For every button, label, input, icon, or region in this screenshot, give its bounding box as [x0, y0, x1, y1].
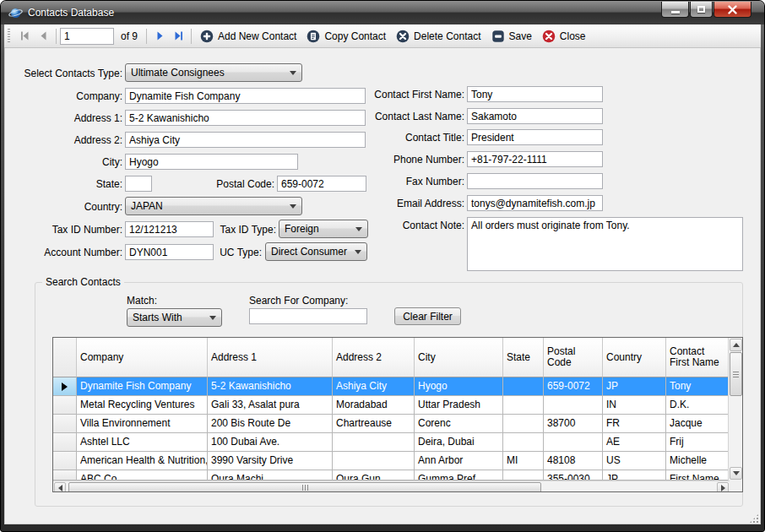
grid-cell[interactable]: JP: [603, 470, 666, 480]
contact-last-name-field[interactable]: [467, 108, 603, 124]
address1-field[interactable]: [125, 110, 366, 126]
grid-cell[interactable]: [503, 396, 544, 415]
postal-code-field[interactable]: [277, 176, 366, 192]
grid-vertical-scrollbar[interactable]: [728, 338, 742, 480]
email-address-field[interactable]: [467, 195, 603, 211]
grid-cell[interactable]: 659-0072: [544, 377, 603, 396]
city-field[interactable]: [125, 154, 298, 170]
grid-cell[interactable]: AE: [603, 433, 666, 452]
grid-cell[interactable]: Villa Environnement: [77, 415, 208, 433]
address2-field[interactable]: [125, 132, 366, 148]
grid-row-partial[interactable]: ABC Co. Oura Machi Oura Gun Gumma Pref 3…: [53, 470, 742, 480]
contact-note-field[interactable]: All orders must originate from Tony.: [467, 217, 743, 271]
grid-row-selected[interactable]: Dynamite Fish Company 5-2 Kawanishicho A…: [53, 377, 742, 396]
grid-header-address2[interactable]: Address 2: [333, 338, 415, 377]
grid-cell[interactable]: Corenc: [415, 415, 503, 433]
grid-cell[interactable]: Gali 33, Asalat pura: [208, 396, 333, 415]
grid-cell[interactable]: Ashtel LLC: [77, 433, 208, 452]
scroll-down-button[interactable]: [730, 467, 742, 480]
grid-cell[interactable]: Oura Gun: [333, 470, 415, 480]
scroll-left-button[interactable]: [54, 482, 66, 492]
minimize-button[interactable]: [661, 2, 689, 18]
add-new-contact-button[interactable]: Add New Contact: [195, 27, 301, 46]
grid-cell[interactable]: ABC Co.: [77, 470, 208, 480]
grid-cell[interactable]: 48108: [544, 452, 603, 470]
resize-grip[interactable]: [750, 514, 758, 523]
grid-cell[interactable]: First Name: [666, 470, 730, 480]
vertical-scroll-thumb[interactable]: [730, 352, 742, 396]
grid-cell[interactable]: [333, 452, 415, 470]
search-for-company-input[interactable]: [249, 308, 367, 324]
grid-cell[interactable]: Jacque: [666, 415, 730, 433]
state-field[interactable]: [125, 176, 152, 192]
country-select[interactable]: JAPAN: [125, 197, 302, 215]
tax-id-number-field[interactable]: [125, 221, 214, 237]
row-selector-cell[interactable]: [53, 452, 77, 470]
match-select[interactable]: Starts With: [127, 308, 222, 327]
grid-cell[interactable]: FR: [603, 415, 666, 433]
uc-type-select[interactable]: Direct Consumer: [265, 242, 367, 261]
contact-title-field[interactable]: [467, 129, 603, 145]
contacts-type-select[interactable]: Ultimate Consignees: [125, 63, 302, 82]
grid-cell[interactable]: 3990 Varsity Drive: [208, 452, 333, 470]
grid-cell[interactable]: Tony: [666, 377, 730, 396]
move-previous-button[interactable]: [34, 27, 52, 46]
tax-id-type-select[interactable]: Foreign: [279, 220, 368, 238]
grid-cell[interactable]: 100 Dubai Ave.: [208, 433, 333, 452]
scroll-up-button[interactable]: [730, 339, 742, 351]
grid-header-postal-code[interactable]: Postal Code: [544, 338, 603, 377]
grid-cell[interactable]: 38700: [544, 415, 603, 433]
phone-number-field[interactable]: [467, 151, 603, 167]
account-number-field[interactable]: [125, 244, 214, 260]
grid-cell[interactable]: [544, 396, 603, 415]
grid-cell[interactable]: JP: [603, 377, 666, 396]
grid-cell[interactable]: IN: [603, 396, 666, 415]
grid-cell[interactable]: Frij: [666, 433, 730, 452]
row-selector-cell[interactable]: [53, 470, 77, 480]
row-selector-cell[interactable]: [53, 433, 77, 452]
grid-header-city[interactable]: City: [415, 338, 503, 377]
grid-cell[interactable]: Metal Recycling Ventures: [77, 396, 208, 415]
grid-cell[interactable]: MI: [503, 452, 544, 470]
grid-row[interactable]: American Health & Nutrition,... 3990 Var…: [53, 452, 742, 470]
grid-row[interactable]: Metal Recycling Ventures Gali 33, Asalat…: [53, 396, 742, 415]
grid-header-contact-first-name[interactable]: Contact First Name: [666, 338, 730, 377]
grid-cell[interactable]: American Health & Nutrition,...: [77, 452, 208, 470]
maximize-button[interactable]: [690, 2, 713, 18]
horizontal-scroll-thumb[interactable]: [68, 482, 541, 492]
scroll-right-button[interactable]: [717, 482, 729, 492]
grid-cell[interactable]: Ashiya City: [333, 377, 415, 396]
grid-row[interactable]: Ashtel LLC 100 Dubai Ave. Deira, Dubai A…: [53, 433, 742, 452]
grid-cell[interactable]: Ann Arbor: [415, 452, 503, 470]
grid-cell[interactable]: 5-2 Kawanishicho: [208, 377, 333, 396]
save-button[interactable]: Save: [486, 27, 537, 46]
toolbar-grip[interactable]: [8, 29, 10, 44]
grid-cell[interactable]: [333, 433, 415, 452]
close-button[interactable]: Close: [537, 27, 591, 46]
grid-horizontal-scrollbar[interactable]: [53, 480, 730, 492]
grid-cell[interactable]: Gumma Pref: [415, 470, 503, 480]
grid-cell[interactable]: [503, 415, 544, 433]
grid-header-address1[interactable]: Address 1: [208, 338, 333, 377]
current-record-input[interactable]: [60, 28, 114, 45]
move-last-button[interactable]: [169, 27, 187, 46]
title-bar[interactable]: Contacts Database: [1, 1, 764, 24]
grid-cell[interactable]: Oura Machi: [208, 470, 333, 480]
move-next-button[interactable]: [150, 27, 169, 46]
grid-cell[interactable]: D.K.: [666, 396, 730, 415]
grid-cell[interactable]: 355-0030: [544, 470, 603, 480]
grid-cell[interactable]: Uttar Pradesh: [415, 396, 503, 415]
grid-cell[interactable]: Moradabad: [333, 396, 415, 415]
delete-contact-button[interactable]: Delete Contact: [391, 27, 486, 46]
contact-first-name-field[interactable]: [467, 86, 603, 102]
grid-header-state[interactable]: State: [503, 338, 544, 377]
window-close-button[interactable]: [713, 2, 751, 18]
row-selector-cell[interactable]: [53, 377, 77, 396]
grid-cell[interactable]: US: [603, 452, 666, 470]
grid-cell[interactable]: Dynamite Fish Company: [77, 377, 208, 396]
grid-cell[interactable]: Michelle: [666, 452, 730, 470]
copy-contact-button[interactable]: Copy Contact: [301, 27, 391, 46]
grid-header-country[interactable]: Country: [603, 338, 666, 377]
grid-cell[interactable]: [503, 377, 544, 396]
row-selector-cell[interactable]: [53, 396, 77, 415]
